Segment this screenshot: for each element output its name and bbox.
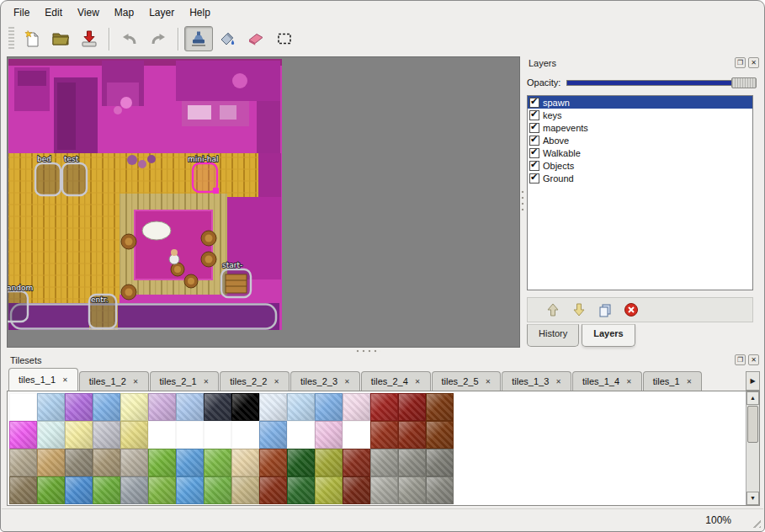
tileset-tile[interactable] [315,476,343,504]
map-canvas[interactable]: bed test mini-hal start- entr. andom [8,57,519,347]
tileset-tile[interactable] [370,393,398,421]
map-object-andom[interactable] [8,291,28,322]
tileset-tile[interactable] [37,476,65,504]
redo-button[interactable] [144,26,173,51]
tileset-tile[interactable] [287,421,315,449]
tileset-tile[interactable] [9,393,37,421]
opacity-slider-track[interactable] [566,80,757,86]
tileset-tile[interactable] [204,393,231,421]
float-dock-icon[interactable]: ❐ [735,57,746,68]
tileset-tile[interactable] [398,476,426,504]
tileset-tile[interactable] [65,421,93,449]
tileset-tile[interactable] [120,393,148,421]
tileset-tile[interactable] [9,421,37,449]
tab-close-icon[interactable]: ✕ [626,378,632,386]
tileset-tile[interactable] [93,421,120,449]
tileset-tab[interactable]: tiles_2_2 ✕ [220,371,290,391]
tileset-tile[interactable] [65,476,93,504]
tab-close-icon[interactable]: ✕ [133,378,139,386]
tileset-tile[interactable] [9,449,37,476]
scrollbar-thumb[interactable] [747,406,758,443]
object-resize-handle[interactable] [213,188,219,194]
tileset-tile[interactable] [148,421,176,449]
layer-visibility-checkbox[interactable]: ✔ [529,148,539,158]
tileset-tile[interactable] [398,393,426,421]
duplicate-layer-button[interactable] [597,301,614,318]
stamp-brush-button[interactable] [184,26,213,51]
tileset-tile[interactable] [93,393,120,421]
tileset-tile[interactable] [120,421,148,449]
resize-grip[interactable] [750,517,761,528]
tileset-tile[interactable] [37,449,65,476]
tileset-tile[interactable] [343,393,370,421]
tileset-tile[interactable] [343,421,370,449]
opacity-slider-handle[interactable] [731,77,757,88]
layer-visibility-checkbox[interactable]: ✔ [529,136,539,146]
menu-file[interactable]: File [6,4,37,21]
layer-visibility-checkbox[interactable]: ✔ [529,110,539,120]
tileset-tile[interactable] [398,449,426,476]
tileset-tile[interactable] [176,393,204,421]
layer-row[interactable]: ✔ spawn [528,96,752,109]
tileset-tile[interactable] [148,393,176,421]
tileset-tile[interactable] [315,449,343,476]
tab-layers[interactable]: Layers [582,324,635,347]
raise-layer-button[interactable] [545,301,561,318]
layer-row[interactable]: ✔ keys [528,109,752,121]
layer-row[interactable]: ✔ mapevents [528,121,752,134]
float-dock-icon[interactable]: ❐ [735,354,746,365]
bucket-fill-button[interactable] [213,26,242,51]
new-map-button[interactable] [18,26,46,51]
tileset-tile[interactable] [231,449,259,476]
tab-close-icon[interactable]: ✕ [62,376,68,384]
tileset-tile[interactable] [315,393,343,421]
tab-close-icon[interactable]: ✕ [687,378,693,386]
layer-row[interactable]: ✔ Objects [528,159,752,172]
layer-visibility-checkbox[interactable]: ✔ [529,173,539,184]
rectangular-select-button[interactable] [270,26,299,51]
tab-close-icon[interactable]: ✕ [415,378,421,386]
tileset-tile[interactable] [259,393,287,421]
tileset-tab[interactable]: tiles_2_1 ✕ [150,371,220,391]
tileset-tile[interactable] [398,421,426,449]
tileset-tile[interactable] [176,476,204,504]
delete-layer-button[interactable] [623,301,640,318]
tileset-tile[interactable] [176,449,204,476]
tileset-tile[interactable] [65,449,93,476]
layer-visibility-checkbox[interactable]: ✔ [529,98,539,108]
close-dock-icon[interactable]: ✕ [748,57,759,68]
menu-map[interactable]: Map [107,4,141,21]
toolbar-grip[interactable] [8,27,14,51]
tab-scroll-right-button[interactable]: ▶ [746,371,760,391]
layer-visibility-checkbox[interactable]: ✔ [529,161,539,171]
layer-visibility-checkbox[interactable]: ✔ [529,123,539,133]
tileset-tile[interactable] [287,449,315,476]
map-object-bed[interactable] [35,163,61,195]
tileset-tile[interactable] [176,421,204,449]
tab-close-icon[interactable]: ✕ [486,378,491,386]
lower-layer-button[interactable] [571,301,587,318]
menu-edit[interactable]: Edit [37,4,70,21]
tileset-tab[interactable]: tiles_1_2 ✕ [79,371,149,391]
tileset-tile[interactable] [231,421,259,449]
tileset-tab[interactable]: tiles_2_5 ✕ [432,371,502,391]
tab-close-icon[interactable]: ✕ [555,378,561,386]
tileset-tile[interactable] [343,476,370,504]
tileset-tile[interactable] [315,421,343,449]
tileset-tile[interactable] [204,449,231,476]
opacity-slider[interactable] [566,77,757,89]
tileset-tile[interactable] [370,476,398,504]
tileset-tile[interactable] [426,393,454,421]
tileset-tile[interactable] [65,393,93,421]
tileset-tile[interactable] [426,449,454,476]
horizontal-splitter[interactable] [2,348,765,354]
tab-close-icon[interactable]: ✕ [274,378,279,386]
tileset-tab[interactable]: tiles_2_3 ✕ [290,371,360,391]
menu-help[interactable]: Help [182,4,218,21]
tileset-tab[interactable]: tiles_1_1 ✕ [8,368,78,391]
open-button[interactable] [46,26,75,51]
scroll-up-icon[interactable]: ▲ [746,391,759,405]
tileset-tile[interactable] [343,449,370,476]
tileset-tile[interactable] [120,476,148,504]
tileset-tile[interactable] [370,421,398,449]
